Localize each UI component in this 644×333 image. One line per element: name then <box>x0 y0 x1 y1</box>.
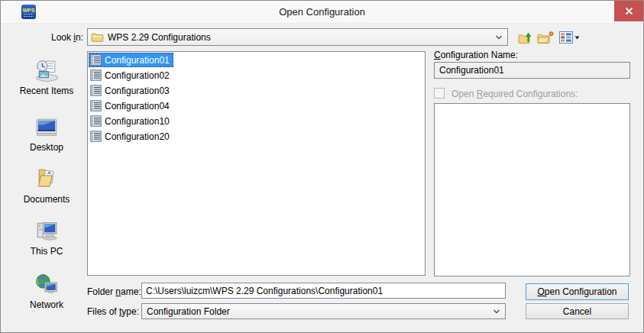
config-file-icon <box>90 85 102 96</box>
config-file-icon <box>90 54 102 66</box>
file-row[interactable]: Configuration04 <box>89 99 173 113</box>
sidebar-item-label: Network <box>30 299 63 310</box>
sidebar-item-documents[interactable]: Documents <box>13 166 80 205</box>
config-file-icon <box>90 131 102 142</box>
recent-items-icon <box>34 57 60 83</box>
open-required-label: Open Required Configurations: <box>451 89 578 99</box>
up-one-level-icon <box>518 31 534 45</box>
config-file-icon <box>90 100 102 112</box>
create-new-folder-button[interactable] <box>536 29 555 46</box>
file-row[interactable]: Configuration01 <box>89 53 173 67</box>
open-configuration-dialog: WPS Open Configuration Look in: WPS 2.29… <box>0 0 644 333</box>
file-name: Configuration04 <box>105 100 170 112</box>
required-configurations-list[interactable] <box>434 103 630 276</box>
sidebar-item-label: Recent Items <box>20 86 74 96</box>
chevron-down-icon <box>493 309 500 314</box>
documents-icon <box>34 166 60 192</box>
file-name: Configuration10 <box>105 115 170 127</box>
file-list[interactable]: Configuration01 Configuration02 <box>87 51 426 276</box>
configuration-name-field[interactable]: Configuration01 <box>434 62 630 79</box>
config-file-icon <box>90 115 102 127</box>
chevron-down-icon <box>495 34 503 40</box>
configuration-name-label: Configuration Name: <box>434 50 518 60</box>
close-icon <box>625 7 633 15</box>
new-folder-icon <box>537 31 555 45</box>
look-in-combobox[interactable]: WPS 2.29 Configurations <box>87 28 508 46</box>
open-required-checkbox[interactable] <box>434 88 445 99</box>
sidebar-item-network[interactable]: Network <box>13 273 80 310</box>
folder-icon <box>91 32 104 43</box>
up-one-level-button[interactable] <box>516 29 535 46</box>
folder-name-input[interactable] <box>141 283 506 299</box>
view-menu-icon <box>559 31 573 44</box>
window-title: Open Configuration <box>1 1 643 23</box>
file-name: Configuration01 <box>105 54 170 66</box>
sidebar-item-this-pc[interactable]: This PC <box>13 219 80 257</box>
config-file-icon <box>90 70 102 81</box>
file-name: Configuration20 <box>105 131 170 142</box>
desktop-icon <box>34 115 60 140</box>
files-of-type-value: Configuration Folder <box>147 306 230 317</box>
close-button[interactable] <box>614 1 643 21</box>
sidebar-item-label: Desktop <box>30 142 63 153</box>
this-pc-icon <box>34 219 60 244</box>
open-configuration-button[interactable]: Open Configuration <box>526 283 629 300</box>
sidebar-item-recent-items[interactable]: Recent Items <box>13 57 80 96</box>
file-row[interactable]: Configuration20 <box>89 129 173 144</box>
file-row[interactable]: Configuration03 <box>89 83 173 98</box>
sidebar-item-desktop[interactable]: Desktop <box>13 115 80 153</box>
look-in-value: WPS 2.29 Configurations <box>108 32 211 43</box>
titlebar: WPS Open Configuration <box>1 1 643 24</box>
view-menu-button[interactable] <box>557 29 581 46</box>
folder-name-label: Folder name: <box>87 286 141 297</box>
files-of-type-combobox[interactable]: Configuration Folder <box>141 303 506 319</box>
files-of-type-label: Files of type: <box>87 306 139 317</box>
look-in-label: Look in: <box>24 32 83 43</box>
sidebar-item-label: Documents <box>24 194 70 205</box>
file-row[interactable]: Configuration10 <box>89 114 173 128</box>
view-menu-dropdown-arrow-icon <box>574 36 580 40</box>
sidebar-item-label: This PC <box>31 246 63 257</box>
configuration-name-value: Configuration01 <box>439 65 504 76</box>
file-name: Configuration02 <box>105 70 170 81</box>
network-icon <box>34 273 60 297</box>
file-row[interactable]: Configuration02 <box>89 68 173 82</box>
cancel-button[interactable]: Cancel <box>526 303 629 319</box>
file-name: Configuration03 <box>105 85 170 96</box>
